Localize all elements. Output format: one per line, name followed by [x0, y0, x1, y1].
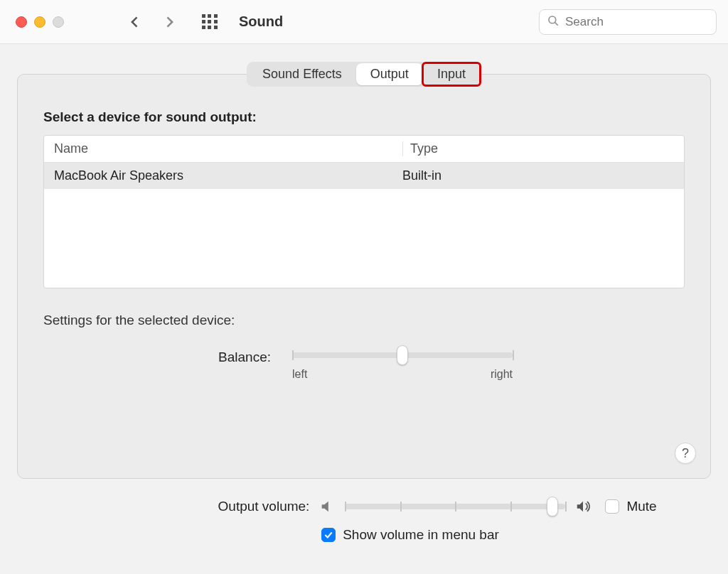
balance-right-label: right — [491, 368, 513, 381]
tab-sound-effects[interactable]: Sound Effects — [248, 63, 356, 85]
balance-left-label: left — [292, 368, 307, 381]
table-header: Name Type — [44, 136, 684, 163]
close-window-button[interactable] — [16, 16, 27, 28]
sound-tabs: Sound Effects Output Input — [247, 62, 481, 87]
nav-arrows — [128, 15, 176, 29]
balance-label: Balance: — [93, 348, 271, 365]
window-toolbar: Sound — [0, 0, 728, 44]
mute-checkbox[interactable] — [605, 499, 619, 514]
show-volume-menubar-label: Show volume in menu bar — [343, 527, 499, 543]
balance-slider[interactable] — [292, 352, 513, 358]
search-icon — [547, 14, 560, 30]
window-controls — [16, 16, 64, 28]
window-title: Sound — [239, 13, 283, 30]
device-type: Built-in — [402, 168, 674, 183]
balance-control: Balance: left right — [43, 348, 685, 381]
mute-label: Mute — [626, 499, 656, 514]
select-device-label: Select a device for sound output: — [43, 109, 685, 125]
fullscreen-window-button[interactable] — [53, 16, 64, 28]
search-field[interactable] — [539, 9, 717, 35]
minimize-window-button[interactable] — [34, 16, 46, 28]
back-button[interactable] — [128, 15, 142, 29]
output-volume-slider[interactable] — [345, 504, 565, 509]
col-header-name: Name — [54, 141, 402, 156]
col-header-type: Type — [402, 141, 674, 156]
device-name: MacBook Air Speakers — [54, 168, 402, 183]
forward-button[interactable] — [162, 15, 176, 29]
help-button[interactable]: ? — [675, 443, 696, 464]
table-row[interactable]: MacBook Air Speakers Built-in — [44, 163, 684, 189]
speaker-high-icon — [575, 499, 591, 514]
search-input[interactable] — [565, 15, 709, 29]
output-volume-section: Output volume: Mute — [17, 499, 711, 543]
output-volume-label: Output volume: — [71, 499, 309, 514]
volume-slider-thumb[interactable] — [547, 497, 558, 516]
tab-input[interactable]: Input — [423, 63, 480, 85]
sound-pane: Sound Effects Output Input Select a devi… — [17, 74, 711, 479]
show-volume-menubar-checkbox[interactable] — [321, 528, 336, 542]
show-all-prefs-button[interactable] — [202, 14, 218, 30]
tab-output[interactable]: Output — [356, 63, 423, 85]
output-device-table: Name Type MacBook Air Speakers Built-in — [43, 135, 685, 288]
svg-line-1 — [555, 22, 557, 25]
speaker-low-icon — [319, 499, 335, 514]
balance-slider-thumb[interactable] — [397, 345, 408, 365]
svg-point-0 — [549, 16, 556, 23]
settings-for-device-label: Settings for the selected device: — [43, 313, 685, 328]
